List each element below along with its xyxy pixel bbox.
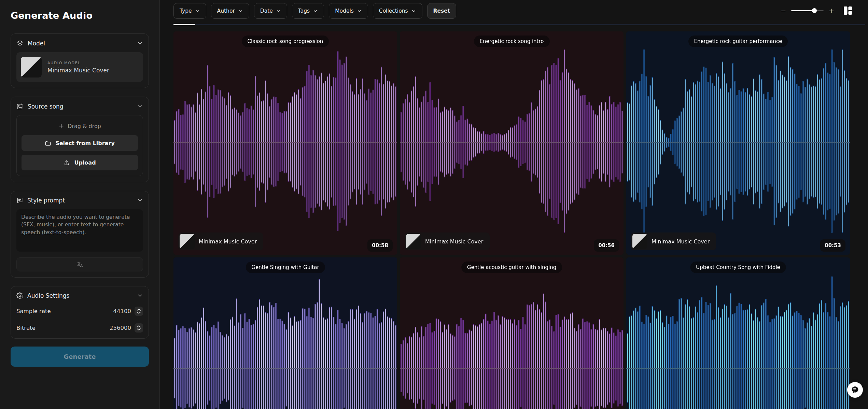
plus-icon <box>58 123 64 129</box>
style-prompt-label: Style prompt <box>27 197 65 204</box>
audio-card[interactable]: Classic rock song progression Minimax Mu… <box>173 31 397 255</box>
image-plus-icon <box>16 103 24 110</box>
chat-support-button[interactable] <box>847 382 863 398</box>
style-prompt-input[interactable] <box>16 209 143 252</box>
filter-label: Models <box>335 8 354 14</box>
zoom-controls: − + <box>781 6 852 15</box>
grid-size-slider[interactable] <box>791 8 824 13</box>
card-model-badge[interactable]: Minimax Music Cover <box>631 232 716 250</box>
model-section: Model AUDIO MODEL Minimax Music Cover <box>11 33 149 88</box>
bitrate-value[interactable]: 256000 <box>110 325 131 331</box>
card-model-thumbnail <box>406 234 421 249</box>
sample-rate-row: Sample rate 44100 <box>16 307 143 316</box>
audio-settings-header[interactable]: Audio Settings <box>16 292 143 299</box>
audio-card[interactable]: Upbeat Country Song with Fiddle <box>626 257 850 409</box>
filter-label: Type <box>180 8 192 14</box>
source-song-label: Source song <box>28 103 64 110</box>
select-from-library-button[interactable]: Select from Library <box>22 135 138 151</box>
filter-button-date[interactable]: Date <box>254 3 287 19</box>
chevron-down-icon <box>137 40 143 46</box>
card-model-thumbnail <box>632 234 647 249</box>
chevron-down-icon <box>137 103 143 110</box>
style-prompt-section: Style prompt <box>11 191 149 278</box>
zoom-out-button[interactable]: − <box>781 8 786 14</box>
card-title-badge: Energetic rock guitar performance <box>688 36 788 47</box>
card-title-text: Upbeat Country Song with Fiddle <box>696 264 780 270</box>
filter-label: Tags <box>298 8 310 14</box>
layout-toggle-button[interactable] <box>843 6 852 15</box>
page-title: Generate Audio <box>11 10 149 21</box>
card-title-text: Gentle Singing with Guitar <box>251 264 319 270</box>
chevron-down-icon <box>357 9 362 14</box>
filter-button-author[interactable]: Author <box>211 3 249 19</box>
drag-drop-label: Drag & drop <box>68 123 101 129</box>
card-model-name: Minimax Music Cover <box>652 238 710 245</box>
waveform-image <box>173 257 397 409</box>
filter-bar: TypeAuthorDateTagsModelsCollectionsReset <box>173 3 456 19</box>
card-title-badge: Classic rock song progression <box>242 36 329 47</box>
waveform-image <box>400 31 624 255</box>
source-song-header[interactable]: Source song <box>16 103 143 110</box>
card-title-badge: Gentle Singing with Guitar <box>246 262 325 273</box>
card-model-thumbnail <box>180 234 195 249</box>
style-prompt-header[interactable]: Style prompt <box>16 197 143 204</box>
selected-model-item[interactable]: AUDIO MODEL Minimax Music Cover <box>16 52 143 82</box>
drag-drop-area[interactable]: Drag & drop <box>22 121 138 131</box>
card-model-badge[interactable]: Minimax Music Cover <box>178 232 263 250</box>
bitrate-row: Bitrate 256000 <box>16 323 143 333</box>
chevron-down-icon <box>276 9 281 14</box>
upload-icon <box>64 159 70 166</box>
chevron-down-icon <box>411 9 416 14</box>
sample-rate-stepper[interactable] <box>135 307 143 316</box>
chevron-down-icon <box>313 9 318 14</box>
gear-icon <box>16 292 23 299</box>
waveform-image <box>626 31 850 255</box>
translate-button[interactable] <box>16 257 143 271</box>
select-from-library-label: Select from Library <box>55 140 115 146</box>
sample-rate-label: Sample rate <box>16 308 113 314</box>
folder-icon <box>45 140 51 146</box>
reset-filters-button[interactable]: Reset <box>427 3 457 19</box>
audio-card[interactable]: Gentle Singing with Guitar <box>173 257 397 409</box>
chevron-down-icon <box>137 293 143 299</box>
filter-button-tags[interactable]: Tags <box>292 3 324 19</box>
audio-card[interactable]: Gentle acoustic guitar with singing <box>400 257 624 409</box>
layers-icon <box>16 40 24 47</box>
chevron-down-icon <box>238 9 243 14</box>
card-title-text: Gentle acoustic guitar with singing <box>467 264 556 270</box>
upload-label: Upload <box>74 159 96 166</box>
waveform-image <box>626 257 850 409</box>
zoom-in-button[interactable]: + <box>829 8 834 14</box>
model-section-label: Model <box>28 40 45 47</box>
card-title-text: Energetic rock guitar performance <box>694 38 782 44</box>
bitrate-stepper[interactable] <box>135 323 143 333</box>
audio-card[interactable]: Energetic rock guitar performance Minima… <box>626 31 850 255</box>
filter-button-type[interactable]: Type <box>173 3 206 19</box>
filter-button-collections[interactable]: Collections <box>373 3 422 19</box>
slider-thumb[interactable] <box>812 8 817 13</box>
filter-scrollbar-track[interactable] <box>173 24 865 25</box>
main-content: TypeAuthorDateTagsModelsCollectionsReset… <box>160 0 868 409</box>
card-title-badge: Energetic rock song intro <box>474 36 549 47</box>
source-song-section: Source song Drag & drop Select from Libr… <box>11 97 149 182</box>
filter-scrollbar-thumb[interactable] <box>173 24 195 25</box>
dropzone[interactable]: Drag & drop Select from Library Upload <box>16 115 143 176</box>
filter-button-models[interactable]: Models <box>329 3 368 19</box>
card-model-badge[interactable]: Minimax Music Cover <box>405 232 490 250</box>
model-name: Minimax Music Cover <box>47 67 109 74</box>
filter-label: Collections <box>379 8 408 14</box>
generate-button[interactable]: Generate <box>11 347 149 367</box>
card-duration-badge: 00:58 <box>367 239 393 252</box>
sample-rate-value[interactable]: 44100 <box>113 308 131 314</box>
card-model-name: Minimax Music Cover <box>425 238 483 245</box>
upload-button[interactable]: Upload <box>22 155 138 170</box>
audio-card[interactable]: Energetic rock song intro Minimax Music … <box>400 31 624 255</box>
chevron-down-icon <box>137 197 143 203</box>
card-model-name: Minimax Music Cover <box>199 238 257 245</box>
translate-icon <box>77 262 83 268</box>
waveform-image <box>173 31 397 255</box>
card-title-text: Classic rock song progression <box>248 38 323 44</box>
model-section-header[interactable]: Model <box>16 40 143 47</box>
card-duration-badge: 00:53 <box>820 239 845 252</box>
filter-label: Date <box>260 8 273 14</box>
